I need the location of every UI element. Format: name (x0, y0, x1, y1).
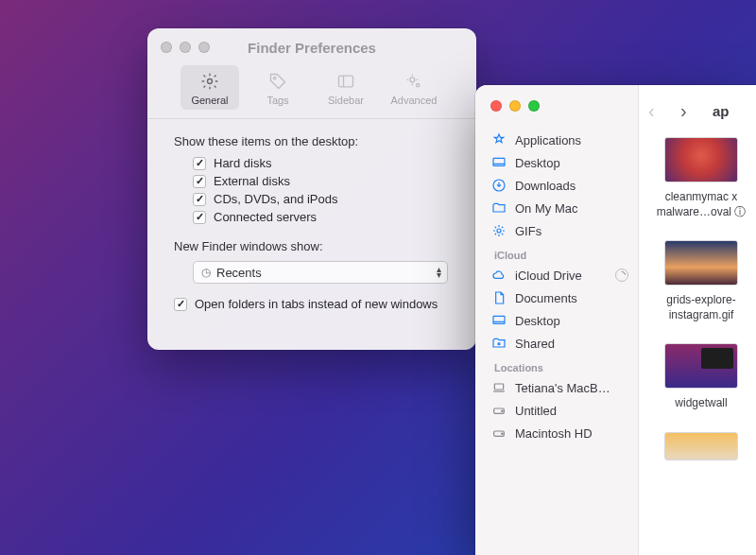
file-thumbnail (664, 137, 738, 182)
desktop-icon (490, 313, 507, 328)
traffic-lights (161, 42, 210, 53)
sidebar-item-icloud-desktop[interactable]: Desktop (475, 309, 638, 332)
sidebar-group-icloud: iCloud (475, 242, 638, 264)
tab-advanced-label: Advanced (391, 95, 438, 106)
tab-sidebar[interactable]: Sidebar (317, 65, 375, 110)
sidebar-item-icloud-drive[interactable]: iCloud Drive (475, 264, 638, 286)
shared-folder-icon (490, 336, 507, 351)
svg-point-12 (498, 343, 500, 345)
file-item[interactable]: grids-explore-instagram.gif (648, 240, 754, 322)
file-thumbnail (664, 343, 738, 389)
document-icon (490, 290, 507, 305)
sidebar-item-label: Tetiana's MacB… (515, 381, 628, 395)
laptop-icon (490, 380, 507, 395)
tab-general[interactable]: General (180, 65, 239, 110)
finder-window: Applications Desktop Downloads On My Mac… (475, 85, 756, 555)
file-item[interactable] (648, 432, 754, 460)
sidebar-item-untitled[interactable]: Untitled (475, 399, 638, 422)
check-external-disks[interactable]: ✓External disks (193, 174, 455, 188)
sidebar-item-downloads[interactable]: Downloads (475, 174, 638, 197)
sidebar-item-applications[interactable]: Applications (475, 129, 638, 151)
sidebar-item-shared[interactable]: Shared (475, 332, 638, 355)
file-item[interactable]: widgetwall (648, 343, 754, 411)
sidebar-item-on-my-mac[interactable]: On My Mac (475, 197, 638, 219)
finder-toolbar: ‹ › ap (639, 95, 756, 137)
sidebar-item-label: GIFs (515, 224, 628, 238)
close-button[interactable] (161, 42, 172, 53)
tab-general-label: General (191, 95, 228, 106)
close-button[interactable] (490, 100, 502, 112)
file-thumbnail (664, 240, 738, 286)
check-label: Open folders in tabs instead of new wind… (195, 297, 438, 311)
cloud-icon (490, 268, 507, 283)
applications-icon (490, 132, 507, 147)
folder-icon (490, 200, 507, 216)
sidebar-item-label: On My Mac (515, 201, 628, 216)
sidebar-item-label: Shared (515, 337, 628, 351)
file-item[interactable]: cleanmymac x malware…oval ⓘ (648, 137, 754, 219)
finder-preferences-window: Finder Preferences General Tags Sidebar (147, 28, 476, 350)
file-name: cleanmymac x malware…oval ⓘ (648, 190, 754, 219)
sidebar-item-desktop[interactable]: Desktop (475, 151, 638, 174)
disk-icon (490, 425, 507, 441)
desktop-items-label: Show these items on the desktop: (174, 134, 455, 148)
tab-tags[interactable]: Tags (249, 65, 307, 110)
sidebar-item-macintosh-hd[interactable]: Macintosh HD (475, 422, 638, 444)
svg-rect-6 (493, 158, 505, 165)
sidebar-item-documents[interactable]: Documents (475, 286, 638, 309)
zoom-button[interactable] (198, 42, 210, 53)
disk-icon (490, 403, 507, 418)
back-button[interactable]: ‹ (648, 100, 669, 122)
finder-sidebar: Applications Desktop Downloads On My Mac… (475, 85, 639, 555)
svg-rect-13 (494, 384, 503, 390)
sidebar-item-label: Untitled (515, 404, 628, 418)
checkbox-icon: ✓ (193, 193, 206, 206)
svg-point-17 (502, 433, 503, 434)
tab-advanced[interactable]: Advanced (385, 65, 443, 110)
minimize-button[interactable] (180, 42, 191, 53)
sidebar-item-macbook[interactable]: Tetiana's MacB… (475, 376, 638, 399)
traffic-lights (490, 100, 638, 112)
check-open-in-tabs[interactable]: ✓ Open folders in tabs instead of new wi… (174, 297, 455, 311)
svg-point-0 (208, 79, 213, 84)
sidebar-item-gifs[interactable]: GIFs (475, 219, 638, 242)
svg-rect-2 (339, 76, 353, 87)
file-name: grids-explore-instagram.gif (648, 293, 754, 322)
preferences-titlebar: Finder Preferences General Tags Sidebar (147, 28, 476, 119)
tag-icon (267, 71, 288, 92)
tab-sidebar-label: Sidebar (328, 95, 364, 106)
zoom-button[interactable] (528, 100, 540, 112)
sidebar-item-label: Documents (515, 291, 628, 305)
check-cds-dvds-ipods[interactable]: ✓CDs, DVDs, and iPods (193, 192, 455, 206)
file-thumbnail (664, 432, 738, 460)
file-grid: cleanmymac x malware…oval ⓘ grids-explor… (639, 137, 756, 460)
checkbox-icon: ✓ (193, 175, 206, 188)
svg-point-1 (273, 77, 276, 79)
forward-button[interactable]: › (680, 100, 701, 122)
check-hard-disks[interactable]: ✓Hard disks (193, 156, 455, 170)
sidebar-item-label: Downloads (515, 179, 628, 193)
svg-point-9 (497, 229, 501, 233)
checkbox-icon: ✓ (193, 211, 206, 224)
checkbox-icon: ✓ (174, 298, 187, 311)
preferences-toolbar: General Tags Sidebar Advanced (147, 65, 476, 110)
new-window-select[interactable]: ◷ Recents ▴▾ (193, 261, 448, 284)
sidebar-item-label: Desktop (515, 156, 628, 170)
tab-tags-label: Tags (266, 95, 288, 106)
select-value: Recents (216, 266, 439, 280)
minimize-button[interactable] (509, 100, 521, 112)
svg-point-15 (502, 410, 503, 411)
check-label: CDs, DVDs, and iPods (214, 192, 338, 206)
preferences-body: Show these items on the desktop: ✓Hard d… (147, 119, 476, 311)
sync-progress-icon (615, 269, 628, 282)
svg-rect-10 (493, 316, 505, 323)
sidebar-item-label: Desktop (515, 314, 628, 328)
svg-point-5 (417, 84, 420, 87)
check-label: Hard disks (214, 156, 271, 170)
check-connected-servers[interactable]: ✓Connected servers (193, 210, 455, 224)
clock-icon: ◷ (201, 266, 211, 279)
sidebar-item-label: Applications (515, 133, 628, 147)
gear-icon (199, 71, 220, 92)
sidebar-item-label: iCloud Drive (515, 269, 615, 283)
gear-icon (490, 223, 507, 238)
